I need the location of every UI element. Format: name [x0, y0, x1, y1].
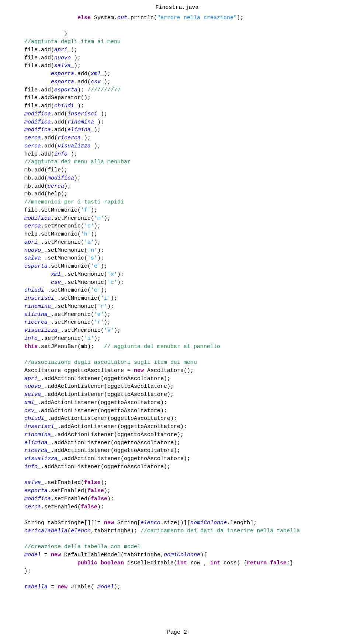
code-line: caricaTabella(elenco,tabStringhe); //car… [11, 527, 343, 535]
code-line: elimina_.setMnemonic('e'); [11, 311, 343, 319]
code-line: esporta.setEnabled(false); [11, 487, 343, 495]
code-line: help.add(info_); [11, 150, 343, 159]
code-line [11, 511, 343, 519]
code-line [11, 575, 343, 583]
code-line: file.add(apri_); [11, 46, 343, 54]
code-line: file.addSeparator(); [11, 94, 343, 102]
code-line: xml_.setMnemonic('x'); [11, 271, 343, 279]
code-line: apri_.addActionListener(oggettoAscoltato… [11, 375, 343, 383]
code-line: model = new DefaultTableModel(tabStringh… [11, 551, 343, 559]
code-line: info_.setMnemonic('i'); [11, 335, 343, 343]
code-line: nuovo_.setMnemonic('n'); [11, 247, 343, 255]
code-line: //mnemonici per i tasti rapidi [11, 198, 343, 206]
code-line: else System.out.println("errore nella cr… [11, 14, 343, 22]
code-line: file.setMnemonic('f'); [11, 206, 343, 215]
code-line: mb.add(cerca); [11, 182, 343, 191]
code-line [11, 22, 343, 30]
code-line: modifica.add(inserisci_); [11, 110, 343, 118]
code-line: cerca.setEnabled(false); [11, 503, 343, 511]
code-line: public boolean isCellEditable(int row , … [11, 559, 343, 567]
code-line: cerca.setMnemonic('c'); [11, 222, 343, 230]
code-line: xml_.addActionListener(oggettoAscoltator… [11, 399, 343, 407]
code-line: help.setMnemonic('h'); [11, 230, 343, 239]
code-line: inserisci_.addActionListener(oggettoAsco… [11, 423, 343, 431]
code-line: mb.add(modifica); [11, 174, 343, 182]
code-line: modifica.add(rinomina_); [11, 118, 343, 126]
code-line: //aggiunta degli item ai menu [11, 38, 343, 46]
code-line: modifica.add(elimina_); [11, 126, 343, 134]
code-line: csv_.setMnemonic('c'); [11, 279, 343, 287]
code-line: mb.add(help); [11, 190, 343, 198]
code-line: tabella = new JTable( model); [11, 583, 343, 591]
code-line: esporta.setMnemonic('e'); [11, 262, 343, 271]
code-line: salva_.addActionListener(oggettoAscoltat… [11, 391, 343, 399]
code-line: Ascoltatore oggettoAscoltatore = new Asc… [11, 367, 343, 375]
code-line: esporta.add(xml_); [11, 70, 343, 78]
code-line: modifica.setEnabled(false); [11, 495, 343, 503]
code-line: ricerca_.setMnemonic('r'); [11, 318, 343, 327]
code-line: modifica.setMnemonic('m'); [11, 215, 343, 223]
code-line: cerca.add(ricerca_); [11, 134, 343, 142]
code-line: chiudi_.addActionListener(oggettoAscolta… [11, 415, 343, 423]
code-line: rinomina_.setMnemonic('r'); [11, 303, 343, 311]
code-line: inserisci_.setMnemonic('i'); [11, 295, 343, 303]
code-line: salva_.setEnabled(false); [11, 479, 343, 487]
code-line: info_.addActionListener(oggettoAscoltato… [11, 463, 343, 471]
code-line: //associazione degli ascoltatori sugli i… [11, 359, 343, 367]
code-line: file.add(esporta); ////////77 [11, 86, 343, 94]
code-line: file.add(salva_); [11, 62, 343, 70]
code-block: else System.out.println("errore nella cr… [11, 14, 343, 591]
code-line: esporta.add(csv_); [11, 78, 343, 86]
code-line: apri_.setMnemonic('a'); [11, 239, 343, 247]
code-line: String tabStringhe[][]= new String[elenc… [11, 519, 343, 527]
code-line [11, 471, 343, 479]
code-line [11, 535, 343, 543]
code-line: this.setJMenuBar(mb); // aggiunta del me… [11, 343, 343, 351]
code-line: mb.add(file); [11, 166, 343, 174]
code-line: ricerca_.addActionListener(oggettoAscolt… [11, 447, 343, 455]
code-line: file.add(nuovo_); [11, 54, 343, 62]
document-page: Finestra.java else System.out.println("e… [0, 0, 354, 644]
code-line: chiudi_.setMnemonic('c'); [11, 286, 343, 295]
code-line: }; [11, 567, 343, 575]
code-line: } [11, 30, 343, 38]
code-line: csv_.addActionListener(oggettoAscoltator… [11, 407, 343, 415]
code-line [11, 351, 343, 359]
code-line: //aggiunta dei menu alla menubar [11, 158, 343, 166]
code-line: nuovo_.addActionListener(oggettoAscoltat… [11, 383, 343, 391]
code-line: salva_.setMnemonic('s'); [11, 254, 343, 262]
code-line: file.add(chiudi_); [11, 102, 343, 110]
code-line: elimina_.addActionListener(oggettoAscolt… [11, 439, 343, 447]
code-line: //creazione della tabella con model [11, 543, 343, 551]
code-line: cerca.add(visualizza_); [11, 142, 343, 150]
code-line: visualizza_.setMnemonic('v'); [11, 327, 343, 335]
page-footer: Page 2 [0, 629, 354, 637]
code-line: visualizza_.addActionListener(oggettoAsc… [11, 455, 343, 463]
code-line: rinomina_.addActionListener(oggettoAscol… [11, 431, 343, 439]
document-title: Finestra.java [11, 4, 343, 12]
